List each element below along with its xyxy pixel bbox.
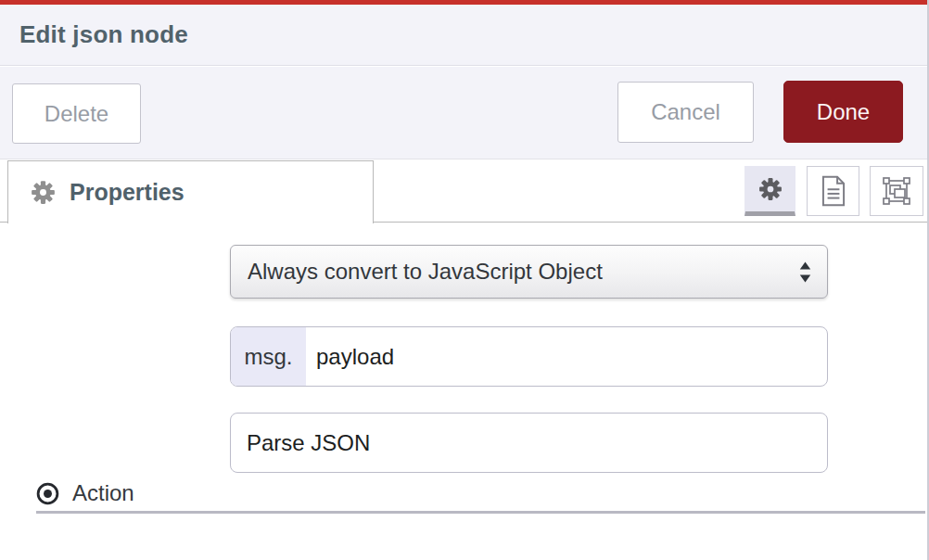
gear-icon — [31, 180, 56, 205]
dialog-toolbar: Delete Cancel Done — [0, 67, 929, 159]
properties-tab-button[interactable] — [744, 166, 795, 216]
tab-bar: Properties — [0, 160, 929, 223]
properties-form: Action Always convert to JavaScript Obje… — [0, 223, 929, 560]
appearance-tab-button[interactable] — [870, 166, 923, 216]
description-tab-button[interactable] — [807, 166, 859, 216]
document-icon — [821, 175, 846, 207]
select-arrows-icon — [798, 260, 812, 285]
cancel-button[interactable]: Cancel — [617, 82, 754, 143]
tab-properties-label: Properties — [70, 179, 185, 206]
tab-properties[interactable]: Properties — [7, 160, 374, 223]
action-label: Action — [35, 480, 134, 506]
action-label-text: Action — [72, 480, 134, 506]
property-input[interactable] — [306, 327, 827, 386]
action-select-value: Always convert to JavaScript Object — [248, 259, 798, 285]
name-input[interactable] — [231, 414, 827, 472]
property-input-group: msg. — [230, 326, 828, 387]
name-input-group — [230, 413, 828, 473]
dialog-header: Edit json node — [0, 5, 929, 66]
delete-button[interactable]: Delete — [12, 83, 141, 144]
section-divider — [36, 511, 925, 514]
circle-dot-icon — [35, 481, 60, 506]
msg-prefix-chip: msg. — [231, 327, 306, 386]
page-title: Edit json node — [19, 20, 188, 49]
gear-icon — [758, 177, 783, 201]
edit-node-dialog: Edit json node Delete Cancel Done — [0, 0, 929, 560]
done-button[interactable]: Done — [783, 81, 903, 143]
appearance-icon — [882, 176, 911, 206]
action-select[interactable]: Always convert to JavaScript Object — [230, 245, 828, 299]
